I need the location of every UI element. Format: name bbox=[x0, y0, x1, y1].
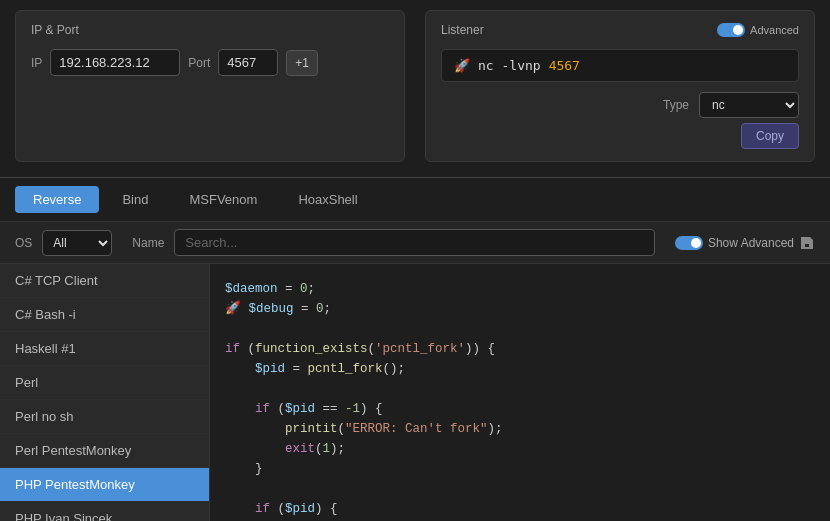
os-label: OS bbox=[15, 236, 32, 250]
search-input[interactable] bbox=[174, 229, 655, 256]
port-input[interactable] bbox=[218, 49, 278, 76]
copy-button[interactable]: Copy bbox=[741, 123, 799, 149]
tab-reverse[interactable]: Reverse bbox=[15, 186, 99, 213]
code-scroll[interactable]: $daemon = 0; 🚀 $debug = 0; if (function_… bbox=[210, 264, 830, 521]
tab-msfvenom[interactable]: MSFVenom bbox=[171, 186, 275, 213]
toggle-switch[interactable] bbox=[717, 23, 745, 37]
code-panel: $daemon = 0; 🚀 $debug = 0; if (function_… bbox=[210, 264, 830, 521]
ip-label: IP bbox=[31, 56, 42, 70]
nc-command-box: 🚀 nc -lvnp 4567 bbox=[441, 49, 799, 82]
filter-bar: OS All Linux Windows Mac Name Show Advan… bbox=[0, 222, 830, 264]
nc-text: nc -lvnp bbox=[478, 58, 541, 73]
type-label: Type bbox=[663, 98, 689, 112]
type-select[interactable]: nc ncat socat bbox=[699, 92, 799, 118]
os-select[interactable]: All Linux Windows Mac bbox=[42, 230, 112, 256]
rocket-icon: 🚀 bbox=[454, 58, 470, 73]
sidebar-item-perl-pentestmonkey[interactable]: Perl PentestMonkey bbox=[0, 434, 209, 468]
show-advanced-label: Show Advanced bbox=[708, 236, 794, 250]
name-label: Name bbox=[132, 236, 164, 250]
main-content: C# TCP Client C# Bash -i Haskell #1 Perl… bbox=[0, 264, 830, 521]
type-row: Type nc ncat socat bbox=[441, 92, 799, 118]
tab-bind[interactable]: Bind bbox=[104, 186, 166, 213]
sidebar-item-php-ivan-sincek[interactable]: PHP Ivan Sincek bbox=[0, 502, 209, 521]
ip-port-title: IP & Port bbox=[31, 23, 389, 37]
code-content: $daemon = 0; 🚀 $debug = 0; if (function_… bbox=[225, 279, 815, 521]
tab-hoaxshell[interactable]: HoaxShell bbox=[280, 186, 375, 213]
sidebar-item-php-pentestmonkey[interactable]: PHP PentestMonkey bbox=[0, 468, 209, 502]
plus-one-button[interactable]: +1 bbox=[286, 50, 318, 76]
show-advanced-toggle[interactable] bbox=[675, 236, 703, 250]
sidebar: C# TCP Client C# Bash -i Haskell #1 Perl… bbox=[0, 264, 210, 521]
sidebar-item-csharp-tcp[interactable]: C# TCP Client bbox=[0, 264, 209, 298]
ip-port-panel: IP & Port IP Port +1 bbox=[15, 10, 405, 162]
listener-panel: Listener Advanced 🚀 nc -lvnp 4567 Type n… bbox=[425, 10, 815, 162]
ip-port-row: IP Port +1 bbox=[31, 49, 389, 76]
port-label: Port bbox=[188, 56, 210, 70]
listener-title: Listener bbox=[441, 23, 484, 37]
top-section: IP & Port IP Port +1 Listener Advanced 🚀… bbox=[0, 0, 830, 178]
listener-header: Listener Advanced bbox=[441, 23, 799, 37]
sidebar-item-csharp-bash[interactable]: C# Bash -i bbox=[0, 298, 209, 332]
sidebar-item-perl[interactable]: Perl bbox=[0, 366, 209, 400]
sidebar-item-haskell[interactable]: Haskell #1 bbox=[0, 332, 209, 366]
save-icon[interactable] bbox=[799, 235, 815, 251]
show-advanced-row: Show Advanced bbox=[675, 235, 815, 251]
tabs-section: Reverse Bind MSFVenom HoaxShell bbox=[0, 178, 830, 222]
sidebar-item-perl-nosh[interactable]: Perl no sh bbox=[0, 400, 209, 434]
advanced-toggle[interactable]: Advanced bbox=[717, 23, 799, 37]
ip-input[interactable] bbox=[50, 49, 180, 76]
advanced-label: Advanced bbox=[750, 24, 799, 36]
nc-port: 4567 bbox=[549, 58, 580, 73]
